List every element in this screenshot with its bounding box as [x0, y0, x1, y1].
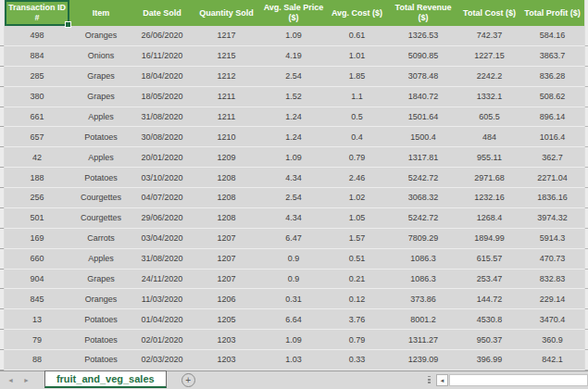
- cell-avg-cost[interactable]: 1.85: [326, 67, 388, 86]
- cell-total-cost[interactable]: 605.5: [458, 107, 520, 127]
- cell-date-sold[interactable]: 26/06/2020: [132, 26, 192, 45]
- cell-item[interactable]: Apples: [69, 147, 132, 167]
- cell-date-sold[interactable]: 11/03/2020: [132, 289, 192, 308]
- cell-item[interactable]: Courgettes: [69, 208, 132, 228]
- cell-quantity-sold[interactable]: 1217: [192, 26, 261, 45]
- cell-avg-sale-price[interactable]: 1.09: [261, 330, 326, 349]
- cell-total-revenue[interactable]: 1086.3: [388, 249, 458, 269]
- cell-total-cost[interactable]: 253.47: [458, 270, 520, 289]
- cell-quantity-sold[interactable]: 1207: [192, 249, 261, 269]
- cell-transaction-id[interactable]: 285: [5, 67, 69, 86]
- cell-avg-cost[interactable]: 0.21: [326, 270, 388, 289]
- cell-avg-sale-price[interactable]: 2.54: [261, 67, 326, 86]
- cell-avg-cost[interactable]: 0.12: [326, 289, 388, 308]
- cell-avg-cost[interactable]: 1.1: [326, 87, 388, 107]
- cell-avg-sale-price[interactable]: 1.09: [261, 26, 326, 45]
- cell-date-sold[interactable]: 18/05/2020: [132, 87, 192, 107]
- cell-quantity-sold[interactable]: 1203: [192, 350, 261, 370]
- cell-total-profit[interactable]: 896.14: [520, 107, 584, 127]
- cell-total-cost[interactable]: 742.37: [458, 26, 520, 45]
- cell-total-revenue[interactable]: 1326.53: [388, 26, 458, 45]
- cell-avg-sale-price[interactable]: 6.64: [261, 309, 326, 329]
- column-header-avg-sale-price[interactable]: Avg. Sale Price ($): [261, 0, 326, 26]
- cell-quantity-sold[interactable]: 1211: [192, 87, 261, 107]
- cell-avg-sale-price[interactable]: 1.24: [261, 127, 326, 146]
- cell-avg-sale-price[interactable]: 1.03: [261, 350, 326, 370]
- cell-avg-sale-price[interactable]: 1.24: [261, 107, 326, 127]
- cell-quantity-sold[interactable]: 1205: [192, 309, 261, 329]
- cell-transaction-id[interactable]: 904: [5, 270, 69, 289]
- cell-avg-cost[interactable]: 1.01: [326, 46, 388, 66]
- cell-total-cost[interactable]: 1232.16: [458, 188, 520, 207]
- cell-avg-cost[interactable]: 0.4: [326, 127, 388, 146]
- cell-transaction-id[interactable]: 79: [5, 330, 69, 349]
- cell-avg-cost[interactable]: 0.61: [326, 26, 388, 45]
- cell-item[interactable]: Oranges: [69, 289, 132, 308]
- cell-transaction-id[interactable]: 498: [5, 26, 69, 45]
- column-header-item[interactable]: Item: [69, 0, 132, 26]
- cell-total-profit[interactable]: 1836.16: [520, 188, 584, 207]
- cell-date-sold[interactable]: 30/08/2020: [132, 127, 192, 146]
- cell-avg-sale-price[interactable]: 6.47: [261, 229, 326, 248]
- scrollbar-resize-grip[interactable]: [428, 376, 431, 385]
- cell-quantity-sold[interactable]: 1206: [192, 289, 261, 308]
- cell-avg-sale-price[interactable]: 0.9: [261, 270, 326, 289]
- cell-total-cost[interactable]: 1227.15: [458, 46, 520, 66]
- cell-transaction-id[interactable]: 657: [5, 127, 69, 146]
- cell-avg-cost[interactable]: 0.79: [326, 330, 388, 349]
- cell-transaction-id[interactable]: 256: [5, 188, 69, 207]
- cell-quantity-sold[interactable]: 1208: [192, 188, 261, 207]
- cell-total-profit[interactable]: 1016.4: [520, 127, 584, 146]
- cell-item[interactable]: Apples: [69, 107, 132, 127]
- column-header-total-cost[interactable]: Total Cost ($): [458, 0, 520, 26]
- cell-transaction-id[interactable]: 380: [5, 87, 69, 107]
- column-header-quantity-sold[interactable]: Quantity Sold: [192, 0, 261, 26]
- cell-date-sold[interactable]: 01/04/2020: [132, 309, 192, 329]
- cell-quantity-sold[interactable]: 1212: [192, 67, 261, 86]
- cell-total-profit[interactable]: 2271.04: [520, 168, 584, 187]
- cell-quantity-sold[interactable]: 1207: [192, 229, 261, 248]
- cell-total-cost[interactable]: 2242.2: [458, 67, 520, 86]
- cell-total-profit[interactable]: 832.83: [520, 270, 584, 289]
- cell-date-sold[interactable]: 03/10/2020: [132, 168, 192, 187]
- cell-total-revenue[interactable]: 3078.48: [388, 67, 458, 86]
- cell-quantity-sold[interactable]: 1207: [192, 270, 261, 289]
- cell-total-revenue[interactable]: 1317.81: [388, 147, 458, 167]
- cell-item[interactable]: Potatoes: [69, 330, 132, 349]
- cell-item[interactable]: Potatoes: [69, 127, 132, 146]
- cell-avg-sale-price[interactable]: 0.31: [261, 289, 326, 308]
- cell-total-revenue[interactable]: 1086.3: [388, 270, 458, 289]
- cell-avg-sale-price[interactable]: 1.52: [261, 87, 326, 107]
- cell-transaction-id[interactable]: 661: [5, 107, 69, 127]
- cell-total-revenue[interactable]: 1311.27: [388, 330, 458, 349]
- cell-quantity-sold[interactable]: 1210: [192, 127, 261, 146]
- column-header-transaction-id[interactable]: Transaction ID #: [5, 0, 69, 26]
- cell-total-cost[interactable]: 144.72: [458, 289, 520, 308]
- cell-avg-cost[interactable]: 0.33: [326, 350, 388, 370]
- cell-avg-cost[interactable]: 1.57: [326, 229, 388, 248]
- cell-total-profit[interactable]: 508.62: [520, 87, 584, 107]
- cell-transaction-id[interactable]: 42: [5, 147, 69, 167]
- cell-total-cost[interactable]: 1894.99: [458, 229, 520, 248]
- cell-item[interactable]: Oranges: [69, 26, 132, 45]
- column-header-total-revenue[interactable]: Total Revenue ($): [388, 0, 458, 26]
- cell-transaction-id[interactable]: 88: [5, 350, 69, 370]
- column-header-avg-cost[interactable]: Avg. Cost ($): [326, 0, 388, 26]
- cell-total-revenue[interactable]: 1501.64: [388, 107, 458, 127]
- cell-total-profit[interactable]: 3863.7: [520, 46, 584, 66]
- cell-total-profit[interactable]: 3470.4: [520, 309, 584, 329]
- cell-total-revenue[interactable]: 1239.09: [388, 350, 458, 370]
- cell-transaction-id[interactable]: 13: [5, 309, 69, 329]
- column-header-total-profit[interactable]: Total Profit ($): [520, 0, 584, 26]
- cell-transaction-id[interactable]: 660: [5, 249, 69, 269]
- cell-avg-sale-price[interactable]: 4.34: [261, 168, 326, 187]
- cell-total-cost[interactable]: 4530.8: [458, 309, 520, 329]
- cell-total-cost[interactable]: 955.11: [458, 147, 520, 167]
- cell-quantity-sold[interactable]: 1209: [192, 147, 261, 167]
- cell-transaction-id[interactable]: 188: [5, 168, 69, 187]
- cell-item[interactable]: Courgettes: [69, 188, 132, 207]
- add-sheet-button[interactable]: +: [181, 373, 195, 387]
- cell-transaction-id[interactable]: 501: [5, 208, 69, 228]
- cell-item[interactable]: Grapes: [69, 270, 132, 289]
- cell-avg-cost[interactable]: 2.46: [326, 168, 388, 187]
